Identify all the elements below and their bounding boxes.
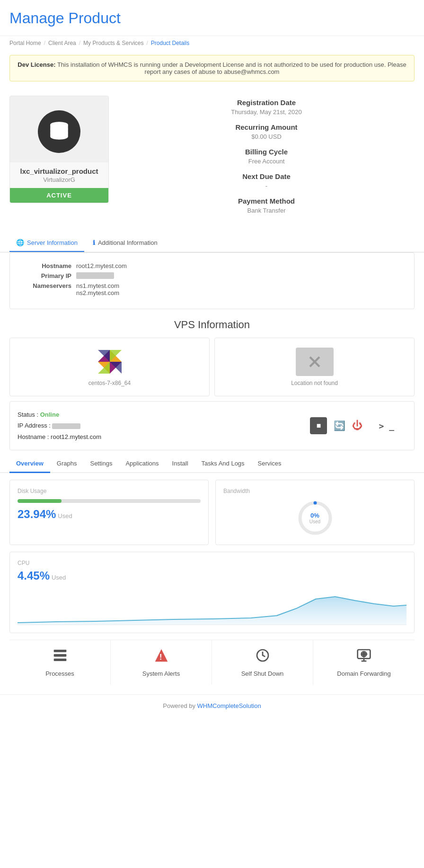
system-alerts-action[interactable]: ! System Alerts — [111, 640, 212, 685]
page-title: Manage Product — [9, 9, 415, 27]
processes-label: Processes — [45, 670, 74, 677]
product-sub: VirtualizorG — [10, 176, 108, 188]
registration-label: Registration Date — [119, 97, 414, 107]
tab-additional-info[interactable]: ℹ Additional Information — [86, 234, 164, 252]
disk-value: 23.94% — [18, 508, 56, 520]
tab-services[interactable]: Services — [251, 455, 288, 473]
disk-label: Disk Usage — [18, 488, 201, 494]
terminal-button[interactable]: > _ — [376, 418, 397, 434]
disk-used: Used — [58, 512, 72, 519]
vps-status-card: Status : Online IP Address : Hostname : … — [9, 401, 415, 450]
location-label: Location not found — [291, 380, 338, 386]
vps-status-row: Status : Online IP Address : Hostname : … — [18, 409, 406, 442]
self-shutdown-icon — [255, 648, 270, 666]
ip-line: IP Address : — [18, 420, 291, 431]
hostname-row: Hostname root12.mytest.com — [19, 262, 405, 269]
nameservers-values: ns1.mytest.com ns2.mytest.com — [76, 282, 119, 296]
system-alerts-label: System Alerts — [142, 670, 180, 677]
tab-install[interactable]: Install — [166, 455, 195, 473]
cpu-chart — [18, 587, 406, 625]
recurring-label: Recurring Amount — [119, 121, 414, 132]
svg-rect-16 — [53, 654, 66, 657]
vps-actions: ■ 🔄 ⏻ > _ — [300, 409, 406, 442]
hostname-line: Hostname : root12.mytest.com — [18, 431, 291, 442]
cpu-used-label: Used — [52, 574, 66, 581]
tabs-nav: 🌐 Server Information ℹ Additional Inform… — [0, 234, 424, 252]
primaryip-row: Primary IP — [19, 272, 405, 279]
tab-applications[interactable]: Applications — [119, 455, 165, 473]
self-shutdown-label: Self Shut Down — [241, 670, 284, 677]
product-name: lxc_virtualizor_product — [10, 162, 108, 176]
breadcrumb: Portal Home / Client Area / My Products … — [0, 36, 424, 50]
bandwidth-wrap: 0% Used — [223, 499, 406, 537]
bottom-actions: Processes ! System Alerts Self Shut Down — [9, 640, 415, 685]
status-online: Online — [40, 411, 59, 418]
hostname-value: root12.mytest.com — [76, 262, 127, 269]
domain-forwarding-icon — [356, 648, 371, 666]
vps-location-card: Location not found — [214, 338, 415, 396]
nameservers-row: Nameservers ns1.mytest.com ns2.mytest.co… — [19, 282, 405, 296]
vps-info-title: VPS Information — [0, 319, 424, 331]
tab-tasks-logs[interactable]: Tasks And Logs — [195, 455, 251, 473]
nextdue-value: - — [119, 182, 414, 194]
vps-os-card: centos-7-x86_64 — [9, 338, 210, 396]
vps-grid: centos-7-x86_64 Location not found — [9, 338, 415, 396]
product-info-table: Registration Date Thursday, May 21st, 20… — [118, 96, 415, 220]
breadcrumb-client-area[interactable]: Client Area — [48, 40, 76, 46]
product-icon-wrap — [10, 96, 108, 162]
breadcrumb-portal-home[interactable]: Portal Home — [9, 40, 41, 46]
breadcrumb-products[interactable]: My Products & Services — [83, 40, 143, 46]
system-alerts-icon: ! — [154, 648, 169, 666]
page-header: Manage Product — [0, 0, 424, 36]
bandwidth-used: Used — [309, 519, 320, 524]
cpu-value: 4.45% — [18, 569, 50, 582]
footer-link[interactable]: WHMCompleteSolution — [197, 702, 261, 709]
bandwidth-pct: 0% — [309, 512, 320, 519]
disk-stat: 23.94% Used — [18, 508, 201, 521]
breadcrumb-current: Product Details — [151, 40, 189, 46]
tab-graphs[interactable]: Graphs — [50, 455, 84, 473]
billing-value: Free Account — [119, 158, 414, 170]
billing-label: Billing Cycle — [119, 146, 414, 157]
page-footer: Powered by WHMCompleteSolution — [0, 694, 424, 717]
self-shutdown-action[interactable]: Self Shut Down — [212, 640, 313, 685]
primaryip-value — [76, 272, 114, 279]
stop-button[interactable]: ■ — [310, 417, 327, 434]
bandwidth-label: Bandwidth — [223, 488, 406, 494]
db-svg — [47, 120, 71, 143]
svg-rect-15 — [53, 650, 66, 652]
processes-action[interactable]: Processes — [9, 640, 111, 685]
restart-button[interactable]: 🔄 — [334, 420, 345, 431]
domain-forwarding-action[interactable]: Domain Forwarding — [313, 640, 415, 685]
globe-icon: 🌐 — [16, 239, 24, 246]
dev-notice-bold: Dev License: — [18, 61, 55, 68]
power-button[interactable]: ⏻ — [352, 420, 362, 432]
dev-notice: Dev License: This installation of WHMCS … — [9, 55, 415, 81]
stats-grid: Disk Usage 23.94% Used Bandwidth 0% — [0, 473, 424, 552]
nextdue-label: Next Due Date — [119, 170, 414, 181]
processes-icon — [53, 648, 68, 666]
bandwidth-card: Bandwidth 0% Used — [215, 480, 415, 545]
circle-center: 0% Used — [309, 512, 320, 524]
ip-blurred — [52, 423, 80, 429]
vps-status-info: Status : Online IP Address : Hostname : … — [18, 409, 291, 442]
payment-value: Bank Transfer — [119, 207, 414, 219]
server-info-section: Hostname root12.mytest.com Primary IP Na… — [9, 252, 415, 309]
status-line: Status : Online — [18, 409, 291, 420]
tab-overview[interactable]: Overview — [9, 455, 50, 473]
cpu-label: CPU — [18, 560, 406, 566]
registration-date: Thursday, May 21st, 2020 — [119, 108, 414, 120]
recurring-amount: $0.00 USD — [119, 133, 414, 145]
domain-forwarding-label: Domain Forwarding — [337, 670, 390, 677]
nameservers-label: Nameservers — [19, 282, 71, 296]
database-icon — [38, 110, 80, 153]
os-label: centos-7-x86_64 — [88, 380, 131, 386]
disk-progress-fill — [18, 499, 62, 503]
location-placeholder — [296, 348, 334, 376]
tab-server-info[interactable]: 🌐 Server Information — [9, 234, 84, 252]
tab-settings[interactable]: Settings — [83, 455, 119, 473]
info-icon: ℹ — [93, 239, 95, 246]
primaryip-label: Primary IP — [19, 272, 71, 279]
payment-label: Payment Method — [119, 195, 414, 206]
dev-notice-text: This installation of WHMCS is running un… — [57, 61, 406, 75]
